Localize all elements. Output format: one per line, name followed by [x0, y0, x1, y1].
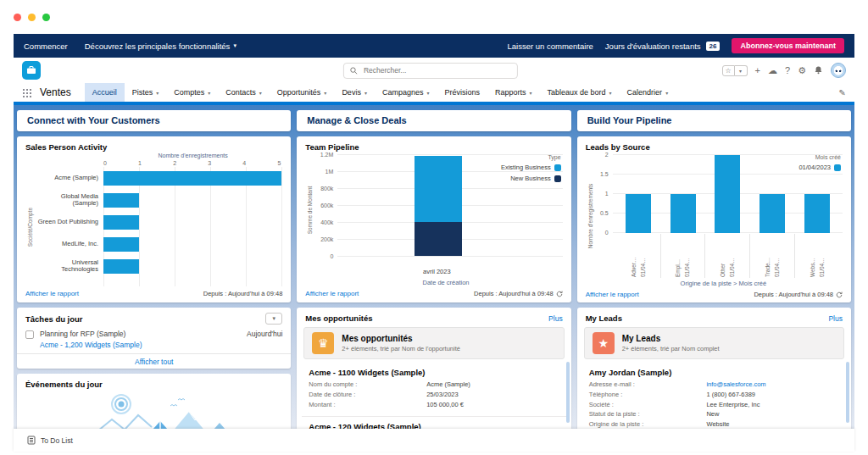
- legend-item: Existing Business: [501, 164, 561, 171]
- close-window-button[interactable]: [14, 14, 21, 21]
- email-link[interactable]: info@salesforce.com: [706, 380, 765, 389]
- tab-devis[interactable]: Devis▾: [334, 83, 375, 102]
- discover-features-menu[interactable]: Découvrez les principales fonctionnalité…: [85, 42, 236, 51]
- notifications-bell-icon[interactable]: [814, 63, 823, 78]
- help-icon[interactable]: ?: [785, 66, 790, 75]
- field-row: Société :Lee Enterprise, Inc: [589, 401, 839, 409]
- bar-chart-plot: Mois créé 01/04/2023: [613, 154, 843, 233]
- view-all-tasks-link[interactable]: Afficher tout: [17, 353, 291, 369]
- get-started-link[interactable]: Commencer: [24, 42, 68, 51]
- tab-accueil[interactable]: Accueil: [85, 83, 125, 102]
- chevron-down-icon: ▾: [233, 42, 236, 49]
- axis-tick: 200k: [320, 236, 333, 242]
- user-avatar[interactable]: [831, 63, 846, 78]
- chart-footer: Afficher le rapport Depuis : Aujourd'hui…: [586, 287, 843, 298]
- legend-title: Type: [501, 154, 561, 160]
- record-name-link[interactable]: Acme - 120 Widgets (Sample): [309, 422, 559, 429]
- global-actions-plus-icon[interactable]: +: [755, 66, 760, 75]
- view-report-link[interactable]: Afficher le rapport: [586, 291, 639, 298]
- category-label: Acme (Sample): [34, 167, 103, 189]
- stacked-bar-plot: Type Existing BusinessNew Business: [337, 154, 562, 257]
- axis-tick: 600k: [320, 203, 333, 208]
- column-manage: Manage & Close Deals Team Pipeline Somme…: [297, 110, 570, 429]
- scrollbar[interactable]: [846, 362, 849, 423]
- feedback-link[interactable]: Laisser un commentaire: [507, 42, 593, 51]
- app-logo-icon[interactable]: [22, 61, 41, 80]
- axis-tick: 0: [103, 160, 107, 166]
- stacked-bar: [415, 156, 462, 256]
- search-input[interactable]: [362, 65, 511, 75]
- zoom-window-button[interactable]: [42, 14, 50, 21]
- record-name-link[interactable]: Acme - 1100 Widgets (Sample): [309, 368, 559, 377]
- trial-days-remaining: Jours d'évaluation restants 26: [605, 42, 721, 51]
- favorites-dropdown-icon[interactable]: ▾: [735, 65, 748, 76]
- category-label: Other01/04…: [718, 235, 737, 277]
- tab-label: Tableaux de bord: [548, 88, 606, 97]
- app-launcher-icon[interactable]: [22, 88, 31, 97]
- tasks-actions-button[interactable]: ▼: [265, 313, 282, 325]
- legend-label: 01/04/2023: [798, 164, 831, 171]
- briefcase-icon: [26, 65, 36, 75]
- legend-label: Existing Business: [501, 164, 551, 171]
- tab-calendrier[interactable]: Calendrier▾: [620, 83, 676, 102]
- category-label: Green Dot Publishing: [34, 211, 103, 233]
- axis-tick: 0: [330, 253, 333, 259]
- tab-prévisions[interactable]: Prévisions: [437, 83, 487, 102]
- bar-row: [103, 189, 281, 211]
- tab-rapports[interactable]: Rapports▾: [487, 83, 540, 102]
- tab-label: Rapports: [495, 88, 526, 97]
- refresh-icon[interactable]: [836, 291, 843, 298]
- global-search[interactable]: [343, 63, 518, 79]
- task-related-link[interactable]: Acme - 1,200 Widgets (Sample): [40, 341, 241, 349]
- field-label: Téléphone :: [589, 391, 707, 399]
- legend-item: New Business: [501, 175, 561, 182]
- tab-campagnes[interactable]: Campagnes▾: [375, 83, 437, 102]
- subscribe-button[interactable]: Abonnez-vous maintenant: [732, 38, 844, 53]
- tab-tableaux-de-bord[interactable]: Tableaux de bord▾: [540, 83, 620, 102]
- axis-tick: 0: [605, 230, 609, 236]
- leads-by-source-card: Leads by Source Nombre d'enregistrements…: [577, 136, 851, 302]
- tab-comptes[interactable]: Comptes▾: [166, 83, 218, 102]
- browser-titlebar: [0, 0, 868, 34]
- list-view-subtitle: 2+ éléments, trié par Nom de l'opportuni…: [342, 345, 460, 352]
- axis-tick: 400k: [320, 219, 333, 225]
- tab-pistes[interactable]: Pistes▾: [125, 83, 167, 102]
- app-name[interactable]: Ventes: [40, 86, 71, 98]
- task-checkbox[interactable]: [25, 330, 34, 339]
- task-list: Planning for RFP (Sample)Acme - 1,200 Wi…: [17, 328, 291, 353]
- column-connect: Connect with Your Customers Sales Person…: [17, 110, 291, 429]
- todo-list-utility-item[interactable]: To Do List: [41, 436, 73, 445]
- view-report-link[interactable]: Afficher le rapport: [305, 290, 359, 297]
- edit-navigation-pencil-icon[interactable]: ✎: [839, 88, 846, 97]
- minimize-window-button[interactable]: [28, 14, 36, 21]
- scrollbar[interactable]: [566, 362, 570, 423]
- chevron-down-icon: ▼: [271, 316, 276, 321]
- task-subject-link[interactable]: Planning for RFP (Sample): [40, 330, 241, 338]
- category-label: Trade…01/04…: [763, 235, 782, 277]
- axis-tick: 1.5: [600, 171, 609, 177]
- list-view-title: My Leads: [622, 334, 720, 343]
- setup-gear-icon[interactable]: ⚙: [798, 66, 806, 75]
- view-report-link[interactable]: Afficher le rapport: [25, 290, 79, 297]
- list-view-banner[interactable]: ★ My Leads 2+ éléments, trié par Nom com…: [584, 327, 844, 359]
- panel-title: Mes opportunités: [305, 314, 372, 323]
- bar: [670, 194, 696, 233]
- field-row: Nom du compte :Acme (Sample): [309, 380, 559, 389]
- bar: [804, 194, 830, 233]
- list-view-banner[interactable]: ♛ Mes opportunités 2+ éléments, trié par…: [303, 327, 564, 359]
- axis-tick: 4: [242, 160, 246, 166]
- category-label: Empl…01/04…: [673, 235, 692, 277]
- record-name-link[interactable]: Amy Jordan (Sample): [589, 368, 839, 377]
- trailhead-cloud-icon[interactable]: ☁: [768, 66, 777, 75]
- opportunity-crown-icon: ♛: [312, 332, 334, 354]
- tab-contacts[interactable]: Contacts▾: [218, 83, 270, 102]
- tab-opportunités[interactable]: Opportunités▾: [270, 83, 335, 102]
- header-icons: ☆ ▾ + ☁ ? ⚙: [722, 63, 846, 78]
- refresh-icon[interactable]: [556, 291, 563, 297]
- favorites-control[interactable]: ☆ ▾: [722, 65, 748, 76]
- more-link[interactable]: Plus: [548, 314, 563, 323]
- favorites-star-icon[interactable]: ☆: [722, 65, 735, 76]
- legend-swatch: [554, 164, 561, 171]
- nav-tabs: AccueilPistes▾Comptes▾Contacts▾Opportuni…: [85, 83, 676, 102]
- more-link[interactable]: Plus: [828, 314, 843, 323]
